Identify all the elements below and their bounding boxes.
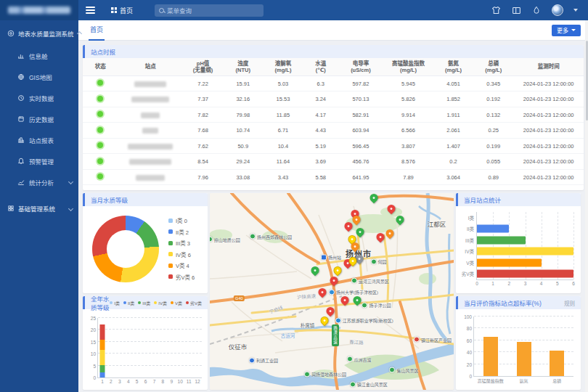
status-dot-green <box>97 111 103 117</box>
sidebar-group-base-system[interactable]: 基础管理系统 <box>0 192 78 220</box>
station-pin-red[interactable] <box>385 203 397 215</box>
table-row[interactable]: 7.8279.9811.854.17582.919.9141.9110.1322… <box>83 107 584 123</box>
y-axis-tick: 15 <box>91 339 98 344</box>
poi-label: 江苏旅游职业学院(新校区) <box>343 317 388 324</box>
legend-item-I类[interactable]: I类 <box>110 300 120 306</box>
legend-item-劣V类[interactable]: 劣V类 <box>186 300 202 306</box>
table-cell: 596.45 <box>338 138 383 154</box>
x-axis-label-高锰酸盐指数: 高锰酸盐指数 <box>478 376 504 384</box>
user-avatar[interactable] <box>552 4 563 16</box>
table-row[interactable]: 7.3732.1615.533.24570.135.8261.8520.1922… <box>83 91 584 107</box>
x-axis-tick: 11 <box>187 377 192 384</box>
map-poi-瓜洲古渡[interactable]: 瓜洲古渡 <box>347 356 372 362</box>
legend-label: III类 <box>142 300 150 306</box>
map-poi-江苏旅游职业学院(新校区)[interactable]: 江苏旅游职业学院(新校区) <box>335 317 388 324</box>
station-pin-green[interactable] <box>395 214 407 226</box>
bar-segment-V类 <box>99 340 105 350</box>
logo-blurred-text <box>8 7 70 14</box>
menu-search-input[interactable]: 菜单查询 <box>155 4 264 17</box>
tab-bar: 首页 更多 <box>78 20 588 41</box>
map-poi-扬州大学(扬子津校区)[interactable]: 扬州大学(扬子津校区) <box>329 289 378 295</box>
poi-label: 镇江金山风景区 <box>357 381 388 388</box>
map-poi-捺山地质公园[interactable]: 捺山地质公园 <box>210 236 240 242</box>
poi-label: 扬州大学(扬子津校区) <box>336 289 378 295</box>
legend-item-IV类[interactable]: IV类 <box>154 300 167 306</box>
legend-item-II类[interactable]: II类 2 <box>168 228 195 236</box>
sidebar-item-信息舱[interactable]: 信息舱 <box>0 45 78 66</box>
sidebar-item-GIS地图[interactable]: GIS地图 <box>0 66 78 87</box>
station-name-blurred <box>141 113 160 118</box>
sidebar-toggle-icon[interactable] <box>86 5 95 15</box>
gridline <box>98 341 202 342</box>
legend-item-I类[interactable]: I类 0 <box>168 216 195 224</box>
station-pin-red[interactable] <box>343 221 354 232</box>
station-pin-red[interactable] <box>339 295 351 306</box>
station-pin-orange[interactable] <box>384 228 396 240</box>
page-scrollbar-thumb[interactable] <box>586 41 588 121</box>
station-pin-red[interactable] <box>324 306 336 317</box>
legend-label: I类 0 <box>176 216 187 224</box>
bar-高锰酸盐指数 <box>483 337 498 376</box>
sidebar-group-water-system[interactable]: 地表水质量监测系统 <box>0 20 78 45</box>
legend-swatch <box>186 301 189 304</box>
map-poi-扬州西郊森林公园[interactable]: 扬州西郊森林公园 <box>250 233 292 240</box>
table-row[interactable]: 7.6810.746.714.43603.946.5662.0610.25202… <box>83 123 584 139</box>
map-poi-运河三湾风景区[interactable]: 运河三湾风景区 <box>351 277 389 284</box>
legend-item-V类[interactable]: V类 <box>171 300 182 306</box>
sidebar-item-预警管理[interactable]: 预警管理 <box>0 150 78 171</box>
table-row[interactable]: 8.5429.2411.643.69456.768.5760.20.055202… <box>83 154 584 170</box>
gridline <box>474 327 573 328</box>
map-poi-润扬湿地森林公园[interactable]: 润扬湿地森林公园 <box>304 371 346 377</box>
map-poi-焦山风景区[interactable]: 焦山风景区 <box>389 367 418 373</box>
page-scrollbar-track[interactable] <box>585 20 588 392</box>
theme-skin-icon[interactable] <box>491 5 501 15</box>
map-poi-扬州站[interactable]: 扬州站 <box>321 254 341 261</box>
donut-chart: I类 0II类 2III类 3IV类 6V类 4劣V类 6 <box>83 206 208 292</box>
layout-columns-icon[interactable] <box>511 5 521 15</box>
station-pin-red[interactable] <box>328 275 340 287</box>
search-icon <box>159 8 164 13</box>
legend-item-III类[interactable]: III类 <box>138 300 150 306</box>
legend-item-III类[interactable]: III类 3 <box>168 239 195 247</box>
sidebar-item-站点报表[interactable]: 站点报表 <box>0 129 78 150</box>
map-poi-利通工业园[interactable]: 利通工业园 <box>249 357 278 364</box>
sidebar-item-实时数据[interactable]: 实时数据 <box>0 87 78 108</box>
table-row[interactable]: 7.2215.915.036.3597.825.9454.0510.345202… <box>83 75 584 91</box>
breadcrumb[interactable]: 首页 <box>111 6 133 15</box>
station-pin-yellow[interactable] <box>332 265 343 277</box>
more-button-label: 更多 <box>557 26 568 34</box>
station-pin-green[interactable] <box>354 226 366 238</box>
status-dot-green <box>97 80 103 86</box>
table-cell: 2024-01-23 12:00:00 <box>513 154 584 170</box>
y-axis-tick: 60 <box>467 338 474 343</box>
station-pin-green[interactable] <box>368 193 380 203</box>
legend-item-IV类[interactable]: IV类 6 <box>168 250 195 258</box>
map-poi-镇江新区产业园[interactable]: 镇江新区产业园 <box>414 336 452 343</box>
station-pin-red[interactable] <box>375 232 386 243</box>
table-row[interactable]: 7.9633.083.435.58641.957.893.0640.892024… <box>83 169 584 185</box>
legend-item-劣V类[interactable]: 劣V类 6 <box>168 273 195 281</box>
map-poi-扬子津公园[interactable]: 扬子津公园 <box>362 302 391 309</box>
table-row[interactable]: 7.6250.910.45.19596.453.8071.4070.199202… <box>83 138 584 154</box>
map-poi-镇江金山风景区[interactable]: 镇江金山风景区 <box>350 381 388 388</box>
more-button[interactable]: 更多 <box>552 25 581 36</box>
map-canvas[interactable]: 扬州市江都区仪征市朴席镇古运河沪陕高速宁启线春江路G40扬溧高速扬州西郊森林公园… <box>210 193 454 390</box>
station-pin-yellow[interactable] <box>319 315 330 327</box>
tab-home[interactable]: 首页 <box>89 20 105 41</box>
sidebar-item-历史数据[interactable]: 历史数据 <box>0 108 78 129</box>
legend-item-II类[interactable]: II类 <box>123 300 134 306</box>
flame-icon[interactable] <box>531 5 542 15</box>
station-pin-green[interactable] <box>309 265 321 277</box>
map-label-仪征市: 仪征市 <box>229 342 248 351</box>
station-pin-red[interactable] <box>317 287 328 298</box>
panel-header: 当月水质等级 <box>83 193 208 206</box>
station-pin-green[interactable] <box>351 295 363 306</box>
legend-swatch <box>168 252 173 256</box>
user-menu-chevron-icon[interactable] <box>573 9 578 12</box>
sidebar-item-统计分析[interactable]: 统计分析 <box>0 171 78 192</box>
table-cell: 7.89 <box>383 169 433 185</box>
map-poi-何园[interactable]: 何园 <box>370 258 386 265</box>
rules-link[interactable]: 规则 <box>564 299 575 307</box>
legend-item-V类[interactable]: V类 4 <box>168 261 195 269</box>
poi-icon <box>351 278 357 284</box>
